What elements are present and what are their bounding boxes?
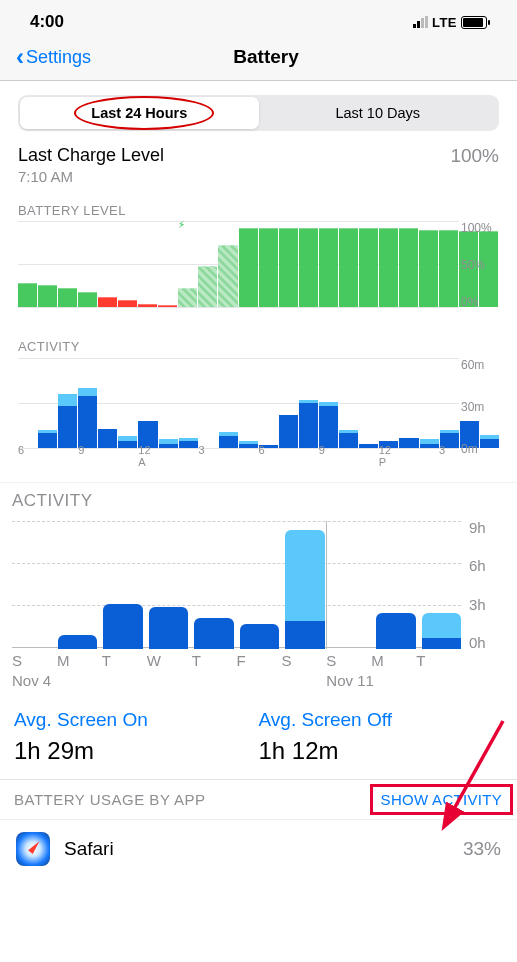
signal-icon (413, 16, 428, 28)
ytick: 0h (469, 634, 509, 651)
page-title: Battery (31, 46, 501, 68)
ytick: 0% (461, 295, 499, 309)
status-bar: 4:00 LTE (0, 0, 517, 36)
avg-screen-off-label: Avg. Screen Off (259, 709, 504, 731)
chevron-left-icon: ‹ (16, 48, 24, 66)
ytick: 60m (461, 358, 499, 372)
avg-screen-on-label: Avg. Screen On (14, 709, 259, 731)
battery-level-label: BATTERY LEVEL (18, 203, 499, 218)
annotation-rectangle: SHOW ACTIVITY (370, 784, 513, 815)
averages-row: Avg. Screen On 1h 29m Avg. Screen Off 1h… (0, 685, 517, 779)
network-label: LTE (432, 15, 457, 30)
usage-by-app-label: BATTERY USAGE BY APP (14, 791, 205, 808)
activity-24h-chart: 6912 A36912 P3 60m 30m 0m (18, 358, 499, 468)
ytick: 50% (461, 258, 499, 272)
ytick: 3h (469, 596, 509, 613)
nav-bar: ‹ Settings Battery (0, 36, 517, 80)
ytick: 30m (461, 400, 499, 414)
last-charge-time: 7:10 AM (18, 168, 164, 185)
safari-icon (16, 832, 50, 866)
app-percent: 33% (463, 838, 501, 860)
annotation-circle (74, 96, 214, 130)
content-24h: Last 24 Hours Last 10 Days Last Charge L… (0, 81, 517, 476)
date-start: Nov 4 (12, 672, 51, 689)
avg-screen-off-value: 1h 12m (259, 737, 504, 765)
activity-24h-label: ACTIVITY (18, 339, 499, 354)
ytick: 9h (469, 519, 509, 536)
app-name: Safari (64, 838, 449, 860)
last-charge-title: Last Charge Level (18, 145, 164, 166)
ytick: 100% (461, 221, 499, 235)
screenshot-24h: 4:00 LTE ‹ Settings Battery (0, 0, 517, 81)
activity-10d-label: ACTIVITY (0, 489, 517, 515)
activity-10d-chart: 9h 6h 3h 0h SMTWTFSSMT Nov 4 Nov 11 (0, 515, 517, 685)
date-mid: Nov 11 (326, 672, 374, 689)
status-time: 4:00 (30, 12, 64, 32)
ytick: 0m (461, 442, 499, 456)
screenshot-10d: ACTIVITY 9h 6h 3h 0h SMTWTFSSMT Nov 4 No… (0, 482, 517, 878)
last-charge-percent: 100% (450, 145, 499, 167)
usage-by-app-header: BATTERY USAGE BY APP SHOW ACTIVITY (0, 779, 517, 819)
avg-screen-on-value: 1h 29m (14, 737, 259, 765)
ytick: 6h (469, 557, 509, 574)
tab-last-10-days[interactable]: Last 10 Days (259, 97, 498, 129)
show-activity-button[interactable]: SHOW ACTIVITY (381, 791, 502, 808)
battery-level-chart: 100% 50% 0% ⚡︎ (18, 221, 499, 321)
app-row-safari[interactable]: Safari 33% (0, 819, 517, 878)
last-charge-row: Last Charge Level 7:10 AM 100% (18, 145, 499, 185)
battery-icon (461, 16, 487, 29)
